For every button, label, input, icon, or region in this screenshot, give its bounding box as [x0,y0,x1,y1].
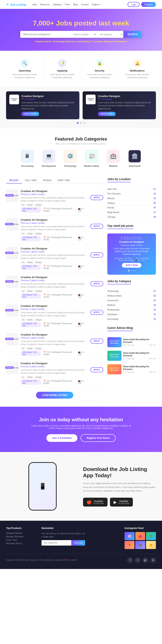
blog-thumbnail: Home AudioRecording [107,364,121,374]
phone-mockup: 📱 [28,462,57,510]
play-store-button[interactable]: ▶ Available on Play Store [110,498,133,506]
blog-comments: 1.9k 2.1k [148,371,156,373]
cat-count: 13 [153,318,156,320]
favorite-icon[interactable]: ♡ [100,218,103,222]
social-googleplus[interactable]: g+ [142,557,148,563]
apply-button[interactable]: APPLY [90,367,103,372]
footer-link[interactable]: Power Tools [6,539,38,541]
load-more-button[interactable]: LOAD MORE LISTING [36,392,73,398]
blog-meta: 1d 1 hour ago 1.9k 2.1k [123,371,156,373]
blog-thumb-text: Home AudioRecording [109,339,120,345]
job-actions: ♡ APPLY [90,218,103,229]
social-twitter[interactable]: t [135,557,140,563]
app-phone-mockup: 📱 [6,462,79,510]
notifications-icon: 🔔 [133,59,142,68]
job-title: Creative Art Designer [21,304,88,308]
newsletter-input[interactable] [42,540,71,546]
app-store-button[interactable]: 🍎 Available on App Store [83,498,107,506]
login-button[interactable]: Login [128,2,139,7]
apply-button[interactable]: APPLY [90,195,103,200]
list-item: Port Harckins 22 [107,192,156,196]
join-candidate-button[interactable]: Join A Candidate [46,434,77,442]
dot-1[interactable] [77,122,79,124]
search-button[interactable]: SEARCH [123,31,142,38]
job-tabs: RECENT FULL TIME INTERN PART TIME [6,178,103,184]
blog-thumbnail: Home AudioRecording [107,337,121,347]
dot[interactable] [134,270,135,271]
nav-link-contact[interactable]: Contact [81,3,89,6]
social-facebook[interactable]: f [127,557,133,563]
tag: Design [34,232,43,235]
social-linkedin[interactable]: in [150,557,156,563]
job-title: Creative Art Designer [21,190,88,193]
favorite-icon[interactable]: ♡ [100,333,103,337]
nav-link-blog[interactable]: Blog [73,3,78,6]
favorite-icon[interactable]: ♡ [100,190,103,194]
register-button[interactable]: Register [141,2,156,7]
search-input[interactable] [20,31,70,38]
blog-info: Home Audio Recording For Everyone. 1d 1 … [123,365,156,373]
category-accounting[interactable]: 🖩 Accounting [18,150,37,167]
card-info-2: Creative Designer 📍 Los Angeles Lorem ip… [98,94,153,116]
register-demo-button[interactable]: Register Free Demo [81,434,116,442]
apply-button[interactable]: APPLY [90,338,103,344]
category-medical[interactable]: 🏥 Medical [104,150,122,167]
table-row: PREMIUMLABEL Creative Art Designer Premi… [6,244,103,273]
dot[interactable] [131,270,132,271]
tab-fulltime[interactable]: FULL TIME [22,178,40,184]
tab-recent[interactable]: RECENT [6,178,22,184]
footer-link[interactable]: Manage Reputation [6,536,38,538]
category-media[interactable]: 📰 Media & News [83,150,101,167]
location-select[interactable]: Select Location [70,31,97,38]
category-development[interactable]: 💻 Development [40,150,58,167]
nav-link-pages[interactable]: Pages ▾ [92,3,100,6]
footer-link[interactable]: Managed Website [6,532,38,534]
job-logo: PREMIUMLABEL [6,362,18,374]
favorite-icon[interactable]: ♡ [100,247,103,251]
newsletter-subscribe-button[interactable]: Subscribe [71,540,85,546]
insta-thumb: 🌿 [146,532,156,540]
category-technology[interactable]: ⚙️ Technology [61,150,79,167]
nav-link-category[interactable]: Category [53,3,62,6]
job-actions: ♡ APPLY [90,362,103,372]
card-apply-btn-1[interactable]: APPLY NOW [22,112,39,116]
job-tags: Art Media Design [21,376,88,378]
tag: Media [26,318,34,321]
apply-button[interactable]: APPLY [90,281,103,286]
category-select[interactable]: All Category [97,31,123,38]
tag: Art [21,318,26,321]
slider-card-2: PREMIUMLABEL Creative Designer 📍 Los Ang… [83,91,156,119]
footer-link[interactable]: Marketing Service [6,542,38,544]
nav-link-about[interactable]: About Us [40,3,49,6]
nav-link-view[interactable]: View [32,3,37,6]
favorite-icon[interactable]: ♡ [100,362,103,366]
job-location: 📍 103, Panthapath Dhanmondi Dhaka [43,236,76,241]
android-icon: ▶ [114,500,117,504]
job-salary: 💼 1k – 21k [78,380,88,384]
job-type: Job Nature: Full time [21,236,41,241]
footer-grid: Top Products Managed Website Manage Repu… [6,527,156,549]
category-government[interactable]: 🏛️ Goverment [125,150,144,167]
favorite-icon[interactable]: ♡ [100,276,103,280]
job-type: Job Nature: Full time [21,207,41,212]
dot-2[interactable] [80,122,82,124]
favorite-icon[interactable]: ♡ [100,304,103,308]
cat-name: Restaurants [107,308,119,311]
app-section: 📱 Download the Job Listing App Today! It… [0,452,162,521]
applying-icon: 📝 [58,59,67,68]
nav-buttons: Login Register [128,2,156,7]
dot[interactable] [128,270,129,271]
tab-intern[interactable]: INTERN [40,178,55,184]
job-logo: PREMIUMLABEL [6,218,18,230]
nav-link-price[interactable]: Price [65,3,70,6]
apply-button[interactable]: APPLY [90,252,103,258]
cat-name: Medical [107,304,115,306]
dot-3[interactable] [83,122,85,124]
top-job-apply-button[interactable]: APPLY NOW [122,263,141,268]
job-meta: Job Nature: Full time 📍 103, Panthapath … [21,236,88,241]
apply-button[interactable]: APPLY [90,224,103,229]
job-title: Creative Art Designer [21,333,88,336]
tab-parttime[interactable]: PART TIME [55,178,73,184]
card-apply-btn-2[interactable]: APPLY NOW [98,112,116,116]
apply-button[interactable]: APPLY [90,310,103,315]
